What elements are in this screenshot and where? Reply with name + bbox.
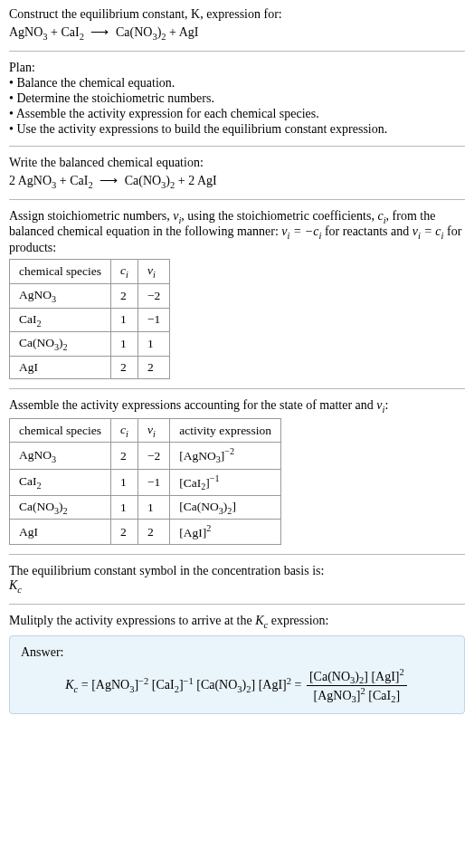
table-header-row: chemical species ci νi activity expressi…: [10, 418, 281, 443]
cell-ci: 2: [111, 283, 138, 308]
assign-text: Assign stoichiometric numbers,: [9, 209, 173, 223]
divider: [9, 146, 465, 147]
cell-ci: 2: [111, 356, 138, 378]
th-activity: activity expression: [170, 418, 281, 443]
cell-species: AgI: [10, 356, 111, 378]
divider: [9, 199, 465, 200]
table-row: CaI2 1 −1 [CaI2]−1: [10, 469, 281, 495]
cell-species: AgNO3: [10, 443, 111, 469]
intro-line1: Construct the equilibrium constant, K, e…: [9, 7, 465, 22]
th-ci: ci: [111, 418, 138, 443]
answer-label: Answer:: [21, 645, 453, 660]
cell-activity: [AgNO3]−2: [170, 443, 281, 469]
cell-ci: 1: [111, 332, 138, 357]
stoich-table: chemical species ci νi AgNO3 2 −2 CaI2 1…: [9, 259, 170, 379]
plan-heading: Plan:: [9, 61, 465, 75]
table-row: AgI 2 2 [AgI]2: [10, 520, 281, 545]
fraction-numerator: [Ca(NO3)2] [AgI]2: [307, 667, 407, 686]
fraction: [Ca(NO3)2] [AgI]2 [AgNO3]2 [CaI2]: [305, 667, 409, 705]
relation-2: νi = ci: [412, 224, 444, 238]
cell-species: AgNO3: [10, 283, 111, 308]
cell-species: CaI2: [10, 308, 111, 332]
divider: [9, 51, 465, 52]
balanced-heading: Write the balanced chemical equation:: [9, 156, 465, 170]
th-nui: νi: [137, 260, 169, 284]
cell-activity: [AgI]2: [170, 520, 281, 545]
plan-item: • Assemble the activity expression for e…: [9, 107, 465, 121]
plan-item: • Use the activity expressions to build …: [9, 122, 465, 137]
nu-symbol: νi: [173, 209, 181, 223]
cell-activity: [Ca(NO3)2]: [170, 495, 281, 520]
th-species: chemical species: [10, 260, 111, 284]
balanced-lhs: 2 AgNO3 + CaI2: [9, 174, 93, 187]
plan-item: • Balance the chemical equation.: [9, 76, 465, 91]
cell-nui: −1: [137, 469, 169, 495]
assign-text: , using the stoichiometric coefficients,: [181, 209, 377, 223]
divider: [9, 554, 465, 555]
divider: [9, 604, 465, 605]
assign-paragraph: Assign stoichiometric numbers, νi, using…: [9, 209, 465, 256]
table-row: AgNO3 2 −2 [AgNO3]−2: [10, 443, 281, 469]
th-species: chemical species: [10, 418, 111, 443]
activity-table: chemical species ci νi activity expressi…: [9, 418, 281, 545]
cell-species: AgI: [10, 520, 111, 545]
cell-nui: 1: [137, 332, 169, 357]
table-row: CaI2 1 −1: [10, 308, 170, 332]
intro-equation: AgNO3 + CaI2 ⟶ Ca(NO3)2 + AgI: [9, 24, 465, 42]
cell-species: Ca(NO3)2: [10, 495, 111, 520]
answer-box: Answer: Kc = [AgNO3]−2 [CaI2]−1 [Ca(NO3)…: [9, 635, 465, 715]
divider: [9, 388, 465, 389]
cell-ci: 2: [111, 443, 138, 469]
cell-activity: [CaI2]−1: [170, 469, 281, 495]
cell-ci: 1: [111, 308, 138, 332]
cell-species: Ca(NO3)2: [10, 332, 111, 357]
balanced-rhs: Ca(NO3)2 + 2 AgI: [125, 174, 217, 187]
c-symbol: ci: [377, 209, 385, 223]
th-nui: νi: [137, 418, 169, 443]
cell-nui: −2: [137, 443, 169, 469]
table-row: Ca(NO3)2 1 1: [10, 332, 170, 357]
cell-nui: 2: [137, 520, 169, 545]
intro-eq-lhs: AgNO3 + CaI2: [9, 25, 84, 39]
assign-text: for reactants and: [321, 224, 412, 238]
intro-eq-rhs: Ca(NO3)2 + AgI: [116, 25, 199, 39]
kc-line1: The equilibrium constant symbol in the c…: [9, 564, 465, 578]
cell-nui: −2: [137, 283, 169, 308]
table-header-row: chemical species ci νi: [10, 260, 170, 284]
plan-item: • Determine the stoichiometric numbers.: [9, 91, 465, 106]
cell-species: CaI2: [10, 469, 111, 495]
table-row: Ca(NO3)2 1 1 [Ca(NO3)2]: [10, 495, 281, 520]
cell-ci: 1: [111, 495, 138, 520]
cell-nui: 1: [137, 495, 169, 520]
th-ci: ci: [111, 260, 138, 284]
assemble-text: Assemble the activity expressions accoun…: [9, 398, 465, 415]
cell-nui: −1: [137, 308, 169, 332]
table-row: AgI 2 2: [10, 356, 170, 378]
table-row: AgNO3 2 −2: [10, 283, 170, 308]
answer-equation: Kc = [AgNO3]−2 [CaI2]−1 [Ca(NO3)2] [AgI]…: [21, 667, 453, 705]
balanced-equation: 2 AgNO3 + CaI2 ⟶ Ca(NO3)2 + 2 AgI: [9, 173, 465, 190]
kc-symbol: Kc: [9, 578, 465, 595]
cell-ci: 1: [111, 469, 138, 495]
fraction-denominator: [AgNO3]2 [CaI2]: [307, 686, 407, 704]
arrow-icon: ⟶: [87, 25, 112, 39]
cell-ci: 2: [111, 520, 138, 545]
arrow-icon: ⟶: [96, 174, 121, 187]
relation-1: νi = −ci: [281, 224, 321, 238]
cell-nui: 2: [137, 356, 169, 378]
multiply-text: Mulitply the activity expressions to arr…: [9, 614, 465, 630]
